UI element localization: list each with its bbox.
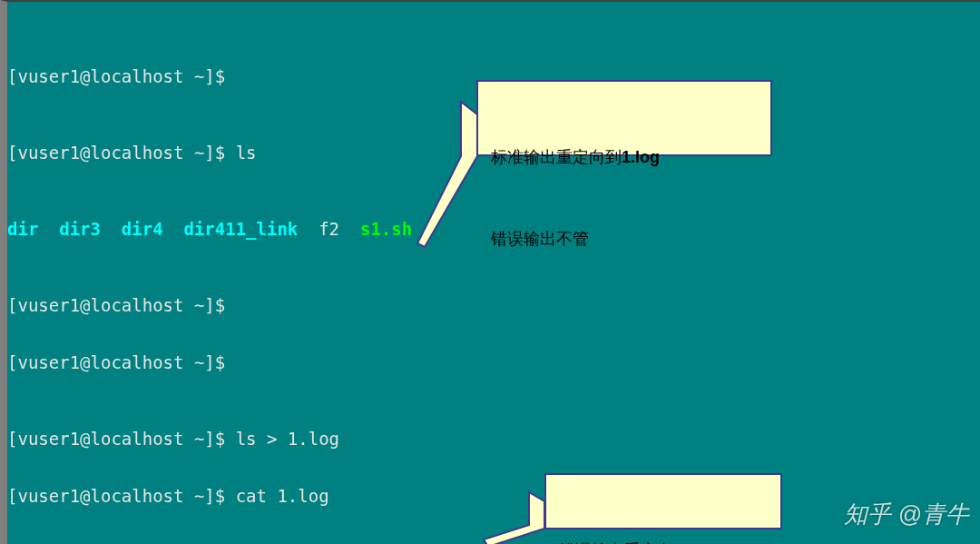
terminal-line: [vuser1@localhost ~]$ cat 1.log bbox=[7, 487, 980, 506]
watermark: 知乎 @青牛 bbox=[844, 505, 969, 524]
dir-name: dir dir3 dir4 dir411_link bbox=[7, 219, 298, 239]
terminal-line: [vuser1@localhost ~]$ ls > 1.log bbox=[7, 430, 980, 449]
shell-prompt: [vuser1@localhost ~]$ bbox=[7, 352, 225, 372]
callout-line: 标准输出重定向到1.log bbox=[491, 143, 758, 171]
terminal-line: [vuser1@localhost ~]$ bbox=[7, 353, 980, 372]
shell-prompt: [vuser1@localhost ~]$ bbox=[7, 429, 236, 449]
callout-box-2: 错误输出重定向 bbox=[544, 473, 782, 529]
callout-box-1: 标准输出重定向到1.log 错误输出不管 bbox=[476, 80, 772, 156]
callout-line: 错误输出重定向 bbox=[559, 537, 768, 544]
shell-prompt: [vuser1@localhost ~]$ bbox=[7, 486, 236, 506]
command-text: ls bbox=[236, 143, 257, 163]
file-name: f2 bbox=[298, 219, 360, 239]
shell-prompt: [vuser1@localhost ~]$ bbox=[7, 66, 225, 86]
command-text: ls > 1.log bbox=[236, 429, 339, 449]
exec-name: s1.sh bbox=[360, 219, 412, 239]
terminal-window[interactable]: [vuser1@localhost ~]$ [vuser1@localhost … bbox=[0, 0, 980, 544]
callout-text: 标准输出重定向到 bbox=[491, 148, 622, 166]
callout-line: 错误输出不管 bbox=[491, 225, 758, 252]
shell-prompt: [vuser1@localhost ~]$ bbox=[7, 143, 236, 163]
command-text: cat 1.log bbox=[236, 486, 329, 506]
callout-bold: 1.log bbox=[622, 148, 660, 166]
shell-prompt: [vuser1@localhost ~]$ bbox=[7, 295, 225, 315]
